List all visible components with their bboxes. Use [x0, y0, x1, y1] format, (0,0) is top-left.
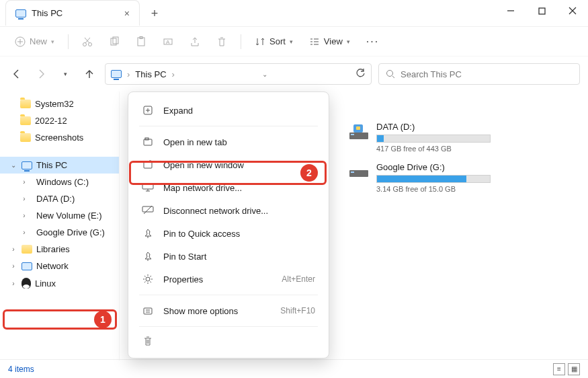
pc-icon — [15, 9, 26, 17]
rename-button[interactable]: A — [156, 32, 180, 51]
new-tab-button[interactable]: + — [144, 3, 165, 24]
share-icon — [190, 36, 200, 47]
tree-item-gdrive-g[interactable]: › Google Drive (G:) — [0, 224, 119, 241]
chevron-right-icon[interactable]: › — [9, 280, 17, 287]
menu-item-new-tab[interactable]: Open in new tab — [132, 130, 325, 153]
menu-item-properties[interactable]: Properties Alt+Enter — [132, 268, 325, 291]
separator — [241, 34, 241, 49]
chevron-down-icon[interactable]: ⌄ — [9, 161, 17, 169]
view-icon — [309, 36, 320, 47]
drive-info: Google Drive (G:) 3.14 GB free of 15.0 G… — [376, 162, 491, 193]
svg-rect-1 — [539, 8, 545, 14]
menu-item-expand[interactable]: Expand — [132, 99, 325, 122]
back-button[interactable] — [8, 65, 26, 83]
new-label: New — [30, 36, 47, 46]
annotation-step2-badge: 2 — [300, 164, 318, 182]
content-area: ⌄ Devices and drives DATA (D:) 417 GB fr… — [120, 91, 588, 361]
menu-label: Show more options — [163, 306, 238, 316]
tab-this-pc[interactable]: This PC × — [5, 0, 140, 26]
svg-line-41 — [144, 206, 152, 214]
svg-line-10 — [85, 38, 89, 43]
menu-item-show-more[interactable]: Show more options Shift+F10 — [132, 299, 325, 322]
grid-view-button[interactable]: ▦ — [568, 363, 580, 375]
close-tab-icon[interactable]: × — [124, 8, 130, 19]
search-input[interactable]: Search This PC — [378, 63, 580, 85]
tree-label: New Volume (E:) — [36, 211, 102, 221]
chevron-down-icon: ▾ — [347, 38, 350, 45]
tree-label: This PC — [36, 160, 67, 170]
menu-item-disconnect-drive[interactable]: Disconnect network drive... — [132, 199, 325, 222]
chevron-down-icon[interactable]: ⌄ — [262, 71, 267, 78]
sort-button[interactable]: Sort ▾ — [248, 32, 300, 51]
menu-shortcut: Alt+Enter — [282, 274, 315, 284]
tree-item-newvol-e[interactable]: › New Volume (E:) — [0, 207, 119, 224]
folder-icon — [20, 133, 31, 142]
tree-item-screenshots[interactable]: Screenshots — [0, 129, 119, 146]
paste-button[interactable] — [129, 32, 153, 51]
menu-label: Map network drive... — [163, 183, 242, 193]
svg-rect-40 — [142, 206, 153, 212]
tree-item-2022-12[interactable]: 2022-12 — [0, 112, 119, 129]
menu-item-pin-quick[interactable]: Pin to Quick access — [132, 222, 325, 245]
view-button[interactable]: View ▾ — [302, 32, 357, 51]
pc-icon — [22, 161, 32, 169]
tree-item-system32[interactable]: System32 — [0, 96, 119, 112]
minimize-button[interactable] — [495, 0, 526, 22]
menu-separator — [139, 295, 318, 295]
recent-button[interactable]: ▾ — [56, 65, 74, 83]
details-view-button[interactable]: ≡ — [553, 363, 565, 375]
chevron-down-icon: ▾ — [290, 38, 293, 45]
navigation-row: ▾ › This PC › ⌄ Search This PC — [0, 56, 588, 91]
cut-button[interactable] — [75, 32, 99, 51]
up-button[interactable] — [81, 65, 98, 83]
tree-item-linux[interactable]: › Linux — [0, 274, 119, 292]
menu-item-map-network-drive[interactable]: Map network drive... — [132, 176, 325, 199]
menu-item-pin-start[interactable]: Pin to Start — [132, 245, 325, 268]
more-button[interactable]: ··· — [360, 32, 386, 52]
tree-label: Linux — [35, 278, 56, 289]
chevron-right-icon[interactable]: › — [20, 178, 28, 186]
tree-item-windows-c[interactable]: › Windows (C:) — [0, 174, 119, 190]
tree-item-network[interactable]: › Network — [0, 258, 119, 274]
close-button[interactable] — [557, 0, 588, 22]
chevron-right-icon[interactable]: › — [20, 195, 28, 202]
chevron-right-icon: › — [127, 69, 130, 79]
item-count: 4 items — [8, 365, 34, 374]
tree-item-this-pc[interactable]: ⌄ This PC — [0, 157, 119, 174]
menu-item-new-window[interactable]: Open in new window — [132, 153, 325, 176]
libraries-icon — [22, 245, 32, 254]
svg-rect-37 — [142, 184, 153, 189]
network-icon — [22, 262, 32, 270]
chevron-right-icon[interactable]: › — [9, 245, 17, 253]
tree-label: DATA (D:) — [36, 194, 75, 204]
expand-icon — [142, 104, 154, 116]
svg-rect-28 — [356, 126, 360, 130]
menu-shortcut: Shift+F10 — [280, 306, 315, 315]
sort-icon — [255, 36, 265, 47]
chevron-right-icon[interactable]: › — [9, 262, 17, 270]
address-bar[interactable]: › This PC › ⌄ — [105, 63, 372, 85]
svg-rect-36 — [144, 161, 152, 168]
map-drive-icon — [142, 182, 154, 194]
breadcrumb-root[interactable]: This PC — [135, 69, 166, 79]
tree-label: Libraries — [36, 244, 70, 254]
delete-button[interactable] — [210, 32, 234, 51]
tree-item-data-d[interactable]: › DATA (D:) — [0, 190, 119, 207]
new-button[interactable]: New ▾ — [8, 32, 61, 51]
svg-line-9 — [85, 38, 90, 43]
tab-title: This PC — [32, 8, 62, 18]
drive-item[interactable]: Google Drive (G:) 3.14 GB free of 15.0 G… — [348, 162, 489, 193]
forward-button[interactable] — [32, 65, 50, 83]
maximize-button[interactable] — [526, 0, 557, 22]
refresh-button[interactable] — [355, 68, 366, 80]
cut-icon — [82, 36, 93, 47]
drive-item[interactable]: DATA (D:) 417 GB free of 443 GB — [348, 122, 489, 153]
share-button[interactable] — [183, 32, 207, 51]
menu-separator — [139, 126, 318, 126]
folder-icon — [20, 100, 31, 108]
chevron-right-icon[interactable]: › — [20, 212, 28, 219]
copy-button[interactable] — [102, 32, 126, 51]
menu-item-delete[interactable] — [132, 331, 325, 351]
chevron-right-icon[interactable]: › — [20, 229, 28, 236]
tree-item-libraries[interactable]: › Libraries — [0, 241, 119, 258]
